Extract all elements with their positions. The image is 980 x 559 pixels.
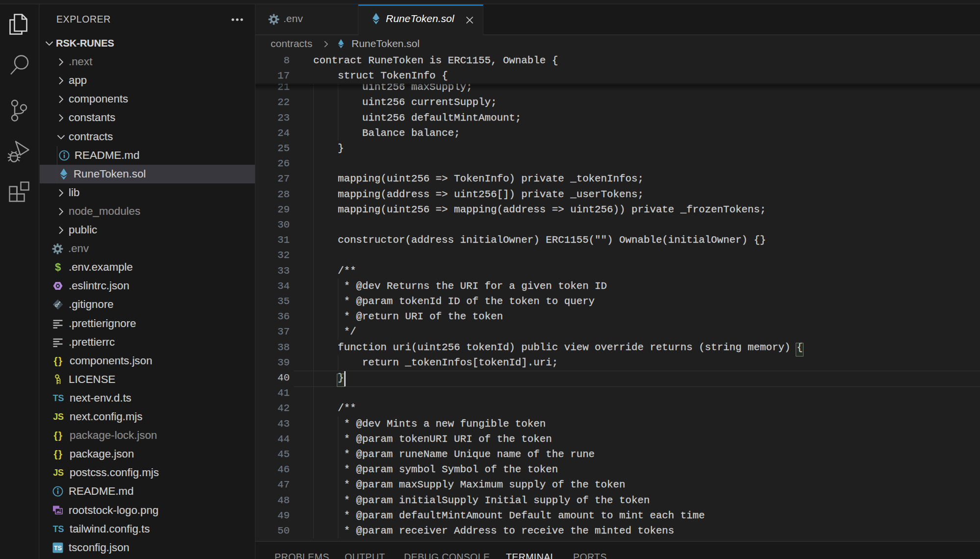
svg-text:TS: TS <box>54 545 62 552</box>
